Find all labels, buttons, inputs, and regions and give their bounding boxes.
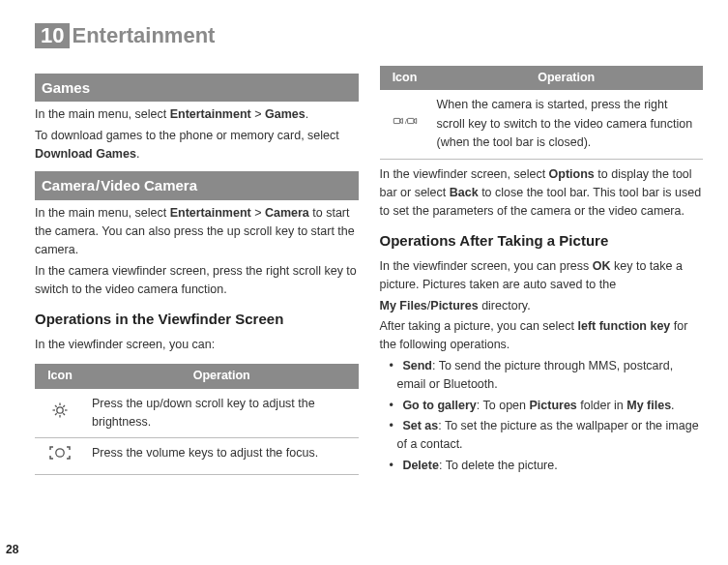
focus-icon [35, 438, 85, 474]
table-cell-operation: Press the volume keys to adjust the focu… [85, 438, 359, 474]
text: To download games to the phone or memory… [35, 129, 339, 142]
chapter-header: 10 Entertainment [35, 19, 703, 52]
right-para-1: In the viewfinder screen, select Options… [380, 165, 704, 222]
bullet-list: Send: To send the picture through MMS, p… [380, 357, 704, 475]
text-bold: Send [402, 359, 432, 372]
text: After taking a picture, you can select [380, 319, 578, 333]
subhead-after-picture: Operations After Taking a Picture [380, 229, 704, 252]
svg-line-8 [55, 413, 57, 415]
table-header-operation: Operation [430, 66, 704, 90]
text-bold: Pictures [430, 299, 478, 312]
games-para-1: In the main menu, select Entertainment >… [35, 105, 359, 124]
text: . [671, 399, 674, 412]
section-games-bar: Games [35, 74, 359, 102]
text: . [136, 147, 139, 161]
text-bold: My files [626, 399, 671, 412]
page: 10 Entertainment Games In the main menu,… [0, 0, 728, 489]
chapter-number: 10 [35, 23, 70, 48]
subhead-viewfinder-ops: Operations in the Viewfinder Screen [35, 308, 359, 330]
text: directory. [479, 299, 531, 312]
table-header-icon: Icon [380, 66, 430, 90]
text-bold: OK [593, 259, 611, 273]
svg-line-7 [63, 405, 65, 407]
text: In the main menu, select [35, 206, 170, 220]
text-bold: Options [549, 167, 595, 181]
svg-point-0 [57, 407, 63, 413]
table-row: Press the up/down scroll key to adjust t… [35, 389, 359, 438]
text: > [251, 107, 265, 121]
table-header-icon: Icon [35, 364, 85, 388]
svg-point-9 [56, 449, 64, 457]
list-item: Delete: To delete the picture. [384, 457, 704, 475]
table-cell-operation: When the camera is started, press the ri… [430, 90, 704, 159]
text: : To send the picture through MMS, postc… [397, 359, 674, 391]
table-row: Press the volume keys to adjust the focu… [35, 438, 359, 474]
right-column: Icon Operation / [380, 66, 704, 481]
right-para-4: After taking a picture, you can select l… [380, 317, 704, 355]
svg-rect-12 [407, 119, 414, 124]
right-para-2: In the viewfinder screen, you can press … [380, 257, 704, 295]
text: > [251, 206, 265, 220]
section-camera-label-1: Camera [42, 177, 95, 193]
section-camera-label-2: Video Camera [101, 177, 197, 193]
text-bold: Back [450, 186, 479, 199]
svg-line-6 [63, 413, 65, 415]
list-item: Send: To send the picture through MMS, p… [384, 357, 704, 395]
text: In the viewfinder screen, select [380, 167, 549, 181]
brightness-icon [35, 389, 85, 438]
camera-para-2: In the camera viewfinder screen, press t… [35, 262, 359, 300]
left-icon-table: Icon Operation [35, 364, 359, 475]
list-item: Set as: To set the picture as the wallpa… [384, 417, 704, 455]
text: folder in [577, 399, 626, 412]
chapter-title: Entertainment [72, 19, 215, 52]
left-column: Games In the main menu, select Entertain… [35, 66, 359, 481]
text: In the main menu, select [35, 107, 170, 121]
text-bold: Camera [265, 206, 309, 220]
viewfinder-intro: In the viewfinder screen, you can: [35, 336, 359, 354]
text: : To delete the picture. [439, 459, 558, 472]
camera-para-1: In the main menu, select Entertainment >… [35, 204, 359, 260]
text-bold: left function key [577, 319, 670, 333]
games-para-2: To download games to the phone or memory… [35, 127, 359, 164]
section-games-label: Games [42, 79, 90, 96]
list-item: Go to gallery: To open Pictures folder i… [384, 397, 704, 415]
text-bold: Go to gallery [402, 399, 476, 412]
text: : To set the picture as the wallpaper or… [397, 419, 699, 451]
right-icon-table: Icon Operation / [380, 66, 704, 160]
text: In the viewfinder screen, you can press [380, 259, 593, 273]
text-bold: Pictures [529, 399, 576, 412]
video-camera-toggle-icon: / [380, 90, 430, 159]
svg-rect-10 [393, 119, 400, 124]
table-header-operation: Operation [85, 364, 359, 388]
page-number: 28 [6, 541, 18, 559]
table-row: / When the camera is started, press the … [380, 90, 704, 159]
svg-text:/: / [405, 118, 407, 126]
right-para-3: My Files/Pictures directory. [380, 297, 704, 315]
text-bold: Entertainment [170, 206, 251, 220]
svg-line-5 [55, 405, 57, 407]
text-bold: Download Games [35, 147, 136, 161]
section-camera-bar: Camera/Video Camera [35, 171, 359, 199]
text-bold: Delete [402, 459, 439, 472]
table-cell-operation: Press the up/down scroll key to adjust t… [85, 389, 359, 438]
text-bold: Games [265, 107, 306, 121]
text: : To open [477, 399, 530, 412]
text: . [306, 107, 308, 121]
text-bold: My Files [380, 299, 427, 312]
text-bold: Entertainment [170, 107, 251, 121]
text-bold: Set as [402, 419, 438, 432]
